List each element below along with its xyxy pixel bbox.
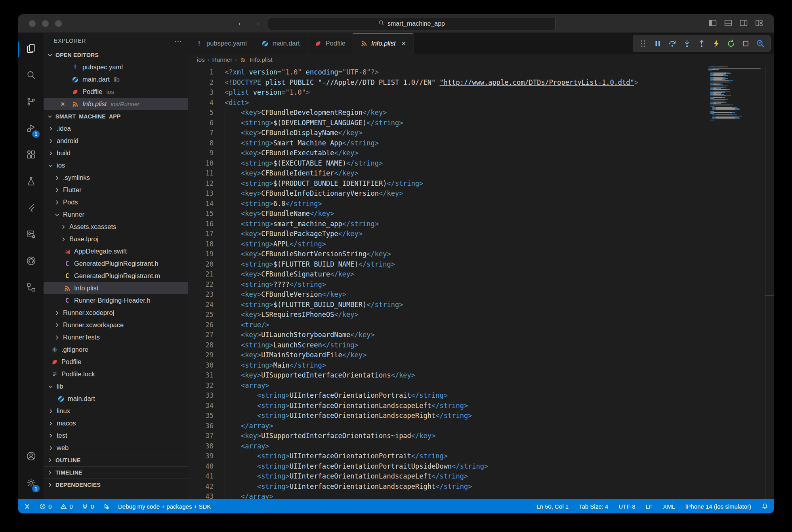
inspector-button[interactable]: [754, 38, 766, 50]
section-timeline[interactable]: TIMELINE: [44, 466, 188, 479]
code-line[interactable]: 17 <key>CFBundlePackageType</key>: [188, 229, 774, 239]
code-line[interactable]: 2<!DOCTYPE plist PUBLIC "-//Apple//DTD P…: [188, 78, 774, 88]
warnings[interactable]: 0: [60, 503, 73, 510]
code-line[interactable]: 26 <true/>: [188, 320, 774, 330]
debug-status-icon[interactable]: [103, 503, 109, 510]
command-center-search[interactable]: smart_machine_app: [268, 17, 555, 30]
code-line[interactable]: 33 <string>UIInterfaceOrientationPortrai…: [188, 391, 774, 401]
tab-main.dart[interactable]: main.dart: [254, 33, 307, 54]
indentation[interactable]: Tab Size: 4: [579, 503, 608, 510]
code-line[interactable]: 35 <string>UIInterfaceOrientationLandsca…: [188, 411, 774, 421]
activity-item-flutter[interactable]: [18, 195, 44, 222]
code-line[interactable]: 20 <string>$(FLUTTER_BUILD_NAME)</string…: [188, 259, 774, 270]
code-line[interactable]: 27 <key>UILaunchStoryboardName</key>: [188, 330, 774, 340]
code-line[interactable]: 32 <array>: [188, 381, 774, 391]
close-window-button[interactable]: [29, 20, 36, 27]
code-line[interactable]: 42 <string>UIInterfaceOrientationLandsca…: [188, 482, 774, 492]
tree-item-GeneratedPluginRegistrant.m[interactable]: CGeneratedPluginRegistrant.m: [44, 270, 188, 282]
activity-item-run-debug[interactable]: 1: [18, 116, 44, 142]
notifications-bell[interactable]: [761, 503, 768, 510]
code-line[interactable]: 31 <key>UISupportedInterfaceOrientations…: [188, 370, 774, 381]
code-line[interactable]: 40 <string>UIInterfaceOrientationPortrai…: [188, 461, 774, 472]
code-line[interactable]: 28 <string>LaunchScreen</string>: [188, 340, 774, 351]
code-line[interactable]: 5 <key>CFBundleDevelopmentRegion</key>: [188, 108, 774, 118]
step-over-button[interactable]: [666, 38, 678, 50]
code-line[interactable]: 36 </array>: [188, 421, 774, 431]
code-line[interactable]: 41 <string>UIInterfaceOrientationLandsca…: [188, 471, 774, 482]
tree-item-main.dart[interactable]: main.dart: [44, 393, 188, 405]
activity-item-explorer[interactable]: [18, 36, 44, 63]
toggle-secondary-sidebar-button[interactable]: [739, 19, 748, 27]
code-line[interactable]: 43 </array>: [188, 492, 774, 499]
remote-indicator[interactable]: [24, 503, 31, 510]
code-line[interactable]: 18 <string>APPL</string>: [188, 239, 774, 250]
tree-item-android[interactable]: android: [44, 135, 188, 147]
tree-item-.idea[interactable]: .idea: [44, 122, 188, 135]
restart-button[interactable]: [725, 38, 737, 50]
section-project[interactable]: SMART_MACHINE_APP: [44, 110, 188, 122]
tree-item-Assets.xcassets[interactable]: Assets.xcassets: [44, 221, 188, 233]
code-line[interactable]: 25 <key>LSRequiresIPhoneOS</key>: [188, 310, 774, 320]
close-tab-icon[interactable]: ✕: [401, 40, 406, 47]
eol[interactable]: LF: [646, 503, 653, 510]
code-line[interactable]: 15 <key>CFBundleName</key>: [188, 209, 774, 219]
tree-item-RunnerTests[interactable]: RunnerTests: [44, 331, 188, 343]
code-line[interactable]: 6 <string>$(DEVELOPMENT_LANGUAGE)</strin…: [188, 118, 774, 128]
tree-item-ios[interactable]: ios: [44, 159, 188, 172]
scrollbar-mark[interactable]: [765, 296, 774, 296]
ports[interactable]: 0: [82, 503, 94, 510]
tree-item-linux[interactable]: linux: [44, 405, 188, 417]
tree-item-build[interactable]: build: [44, 147, 188, 159]
customize-layout-button[interactable]: [755, 19, 763, 27]
code-line[interactable]: 16 <string>smart_machine_app</string>: [188, 219, 774, 229]
code-line[interactable]: 13 <key>CFBundleInfoDictionaryVersion</k…: [188, 189, 774, 199]
code-editor[interactable]: 1<?xml version="1.0" encoding="UTF-8"?>2…: [188, 66, 774, 499]
tree-item-AppDelegate.swift[interactable]: AppDelegate.swift: [44, 245, 188, 257]
tree-item-lib[interactable]: lib: [44, 380, 188, 393]
step-into-button[interactable]: [681, 38, 693, 50]
code-line[interactable]: 22 <string>????</string>: [188, 280, 774, 290]
tab-Info.plist[interactable]: Info.plist✕: [353, 33, 414, 54]
tree-item-Podfile.lock[interactable]: Podfile.lock: [44, 368, 188, 380]
code-line[interactable]: 29 <key>UIMainStoryboardFile</key>: [188, 350, 774, 360]
tree-item-Flutter[interactable]: Flutter: [44, 184, 188, 196]
tree-item-Runner.xcodeproj[interactable]: Runner.xcodeproj: [44, 307, 188, 319]
tree-item-Runner.xcworkspace[interactable]: Runner.xcworkspace: [44, 319, 188, 331]
tree-item-Runner-Bridging-Header.h[interactable]: CRunner-Bridging-Header.h: [44, 294, 188, 307]
code-line[interactable]: 37 <key>UISupportedInterfaceOrientations…: [188, 431, 774, 441]
code-line[interactable]: 24 <string>$(FLUTTER_BUILD_NUMBER)</stri…: [188, 300, 774, 310]
tab-pubspec.yaml[interactable]: !pubspec.yaml: [188, 33, 254, 54]
hot-reload-button[interactable]: [710, 38, 722, 50]
breadcrumb-item-Runner[interactable]: Runner: [212, 56, 233, 63]
pause-button[interactable]: [652, 38, 664, 50]
activity-item-extensions[interactable]: [18, 142, 44, 169]
activity-item-search[interactable]: [18, 63, 44, 89]
code-line[interactable]: 23 <key>CFBundleVersion</key>: [188, 290, 774, 300]
tab-Podfile[interactable]: Podfile: [307, 33, 353, 54]
section-outline[interactable]: OUTLINE: [44, 454, 188, 466]
section-open-editors[interactable]: OPEN EDITORS: [44, 49, 188, 61]
code-line[interactable]: 12 <string>$(PRODUCT_BUNDLE_IDENTIFIER)<…: [188, 179, 774, 189]
breadcrumb-file[interactable]: Info.plist: [250, 56, 273, 63]
tree-item-.gitignore[interactable]: .gitignore: [44, 343, 188, 356]
tree-item-macos[interactable]: macos: [44, 417, 188, 429]
activity-item-github[interactable]: [18, 248, 44, 275]
tree-item-Info.plist[interactable]: Info.plist: [44, 282, 188, 294]
activity-item-source-control[interactable]: [18, 89, 44, 116]
close-icon[interactable]: ✕: [60, 101, 71, 108]
section-dependencies[interactable]: DEPENDENCIES: [44, 479, 188, 491]
tree-item-GeneratedPluginRegistrant.h[interactable]: CGeneratedPluginRegistrant.h: [44, 257, 188, 270]
maximize-window-button[interactable]: [55, 20, 62, 27]
code-line[interactable]: 1<?xml version="1.0" encoding="UTF-8"?>: [188, 67, 774, 78]
code-line[interactable]: 21 <key>CFBundleSignature</key>: [188, 269, 774, 280]
drag-grip-icon[interactable]: [637, 38, 649, 50]
code-line[interactable]: 14 <string>6.0</string>: [188, 199, 774, 209]
code-line[interactable]: 8 <string>Smart Machine App</string>: [188, 138, 774, 149]
forward-button[interactable]: →: [252, 18, 261, 27]
tree-item-Pods[interactable]: Pods: [44, 196, 188, 208]
activity-item-testing[interactable]: [18, 169, 44, 195]
open-editor-pubspec.yaml[interactable]: !pubspec.yaml: [44, 61, 188, 73]
minimize-window-button[interactable]: [42, 20, 49, 27]
code-line[interactable]: 3<plist version="1.0">: [188, 88, 774, 98]
toggle-sidebar-button[interactable]: [708, 19, 717, 27]
